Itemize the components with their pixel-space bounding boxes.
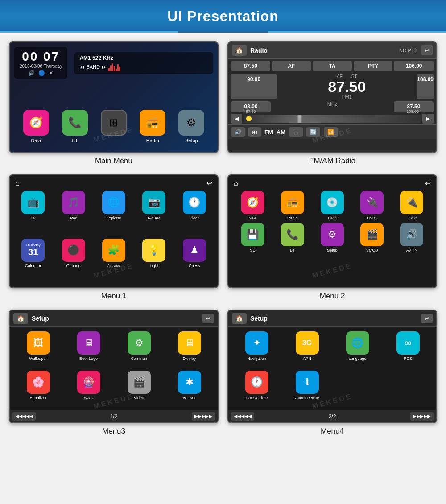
menu2-home-icon[interactable]: ⌂ [234, 179, 238, 187]
rb-signal-btn[interactable]: 📶 [324, 127, 338, 137]
cell-main-menu: 00 07 2013-08-08 Thursday 🔊 🔵 ☀ AM1 522 … [9, 41, 219, 165]
menu4-app-datetime[interactable]: 🕐 Date & Time [234, 371, 280, 405]
main-grid: 00 07 2013-08-08 Thursday 🔊 🔵 ☀ AM1 522 … [0, 33, 446, 445]
mm-app-setup[interactable]: ⚙ Setup [178, 110, 204, 143]
radio-home-btn[interactable]: 🏠 [232, 45, 247, 56]
menu2-back-icon[interactable]: ↩ [425, 179, 431, 187]
rbtn-ta[interactable]: TA [313, 61, 352, 71]
next-icon: ⏭ [102, 64, 107, 70]
rb-vol-btn[interactable]: 🔊 [231, 127, 245, 137]
radio-label: Radio [146, 138, 159, 143]
menu4-app-apn[interactable]: 3G APN [284, 331, 330, 366]
m2-avin-icon: 🔊 [400, 223, 423, 246]
language-icon: 🌐 [346, 331, 369, 355]
menu3-app-btset[interactable]: ✱ BT Set [166, 371, 212, 405]
menu2-app-radio[interactable]: 📻 Radio [281, 191, 304, 220]
rbtn-108[interactable]: 108.00 [417, 74, 434, 99]
menu1-back-icon[interactable]: ↩ [206, 179, 212, 187]
rb-fm[interactable]: FM [264, 129, 273, 136]
datetime-label: Date & Time [246, 396, 268, 400]
menu1-app-gobang[interactable]: ⚫ Gobang [54, 239, 92, 284]
menu3-back-btn[interactable]: ↩ [202, 314, 214, 323]
slider-thumb[interactable] [246, 116, 252, 121]
menu4-app-nav[interactable]: ✦ Navigation [234, 331, 280, 366]
mm-app-navi[interactable]: 🧭 Navi [23, 110, 49, 143]
menu3-app-bootlogo[interactable]: 🖥 Boot Logo [66, 331, 112, 366]
menu1-app-tv[interactable]: 📺 TV [14, 191, 52, 236]
menu1-app-jigsaw[interactable]: 🧩 Jigsaw [95, 239, 132, 284]
menu2-app-bt[interactable]: 📞 BT [281, 223, 304, 252]
menu1-app-calendar[interactable]: Thursday 31 Calendar [14, 239, 52, 284]
chess-icon: ♟ [183, 239, 206, 262]
rbtn-af[interactable]: AF [272, 61, 311, 71]
menu4-back-btn[interactable]: ↩ [421, 314, 433, 323]
menu2-app-navi[interactable]: 🧭 Navi [241, 191, 264, 220]
m4-prev-btn[interactable]: ◀◀◀◀◀ [231, 412, 254, 421]
menu2-app-sd[interactable]: 💾 SD [241, 223, 264, 252]
menu1-app-ipod[interactable]: 🎵 iPod [54, 191, 92, 236]
rbtn-90[interactable]: 90.00 [231, 74, 277, 99]
menu1-app-light[interactable]: 💡 Light [135, 239, 173, 284]
rb-am[interactable]: AM [277, 129, 285, 136]
menu2-app-avin[interactable]: 🔊 AV_IN [400, 223, 423, 252]
menu1-screen: ⌂ ↩ 📺 TV 🎵 iPod 🌐 Explorer [9, 174, 219, 288]
m3-prev-btn[interactable]: ◀◀◀◀◀ [12, 412, 36, 421]
m4-next-btn[interactable]: ▶▶▶▶▶ [410, 412, 434, 421]
m2-usb1-icon: 🔌 [360, 191, 384, 214]
navi-label: Navi [31, 138, 41, 143]
menu4-screen: 🏠 Setup ↩ ✦ Navigation 3G APN 🌐 L [227, 310, 437, 423]
m2-usb2-icon: 🔌 [400, 191, 423, 214]
slider-left-btn[interactable]: ◀ [231, 114, 242, 124]
rb-headphone-btn[interactable]: 🎧 [289, 127, 303, 137]
menu3-app-equalizer[interactable]: 🌸 Equalizer [15, 371, 61, 405]
menu4-app-rds[interactable]: ∞ RDS [385, 331, 431, 366]
about-icon: ℹ [296, 371, 319, 394]
menu3-home-btn[interactable]: 🏠 [13, 313, 28, 324]
menu1-app-explorer[interactable]: 🌐 Explorer [95, 191, 132, 236]
clock-date: 2013-08-08 Thursday [20, 64, 62, 69]
slider-right-btn[interactable]: ▶ [422, 114, 434, 124]
menu2-app-usb1[interactable]: 🔌 USB1 [360, 191, 384, 220]
m3-next-btn[interactable]: ▶▶▶▶▶ [192, 412, 215, 421]
menu2-wrapper: ⌂ ↩ 🧭 Navi 📻 Radio 💿 [227, 174, 437, 288]
mm-app-radio[interactable]: 📻 Radio [140, 110, 165, 143]
menu3-caption: Menu3 [102, 427, 125, 436]
menu4-home-btn[interactable]: 🏠 [232, 313, 247, 324]
rb-prev-btn[interactable]: ⏮ [248, 127, 261, 137]
menu1-home-icon[interactable]: ⌂ [15, 179, 20, 187]
mm-app-grid[interactable]: ⊞ [101, 110, 127, 143]
menu1-app-clock[interactable]: 🕐 Clock [176, 191, 213, 236]
menu4-app-language[interactable]: 🌐 Language [334, 331, 380, 366]
rb-repeat-btn[interactable]: 🔄 [306, 127, 320, 137]
menu2-app-dvd[interactable]: 💿 DVD [321, 191, 344, 220]
light-icon: 💡 [142, 239, 165, 262]
menu4-app-about[interactable]: ℹ About Device [284, 371, 330, 405]
clock-icons: 🔊 🔵 ☀ [20, 70, 62, 76]
m2-usb1-label: USB1 [367, 216, 377, 220]
menu3-app-swc[interactable]: 🎡 SWC [66, 371, 112, 405]
radio-back-btn[interactable]: ↩ [421, 45, 433, 55]
menu1-app-fcam[interactable]: 📷 F-CAM [135, 191, 173, 236]
rbtn-106[interactable]: 106.00 [394, 61, 434, 71]
menu4-wrapper: 🏠 Setup ↩ ✦ Navigation 3G APN 🌐 L [227, 310, 437, 423]
rbtn-pty[interactable]: PTY [354, 61, 393, 71]
menu2-topbar: ⌂ ↩ [228, 175, 436, 191]
menu3-app-common[interactable]: ⚙ Common [116, 331, 162, 366]
menu3-app-wallpaper[interactable]: 🖼 Wallpaper [15, 331, 61, 366]
menu2-app-vmcd[interactable]: 🎬 VMCD [360, 223, 384, 252]
menu3-app-display[interactable]: 🖥 Display [166, 331, 212, 366]
rbtn-87-50[interactable]: 87.50 [231, 61, 270, 71]
mm-app-bt[interactable]: 📞 BT [62, 110, 88, 143]
menu2-app-setup[interactable]: ⚙ Setup [321, 223, 344, 252]
wallpaper-label: Wallpaper [29, 356, 47, 361]
menu3-app-video[interactable]: 🎬 Video [116, 371, 162, 405]
wave-img: ⏮ BAND ⏭ [79, 62, 208, 71]
slider-labels: 87.50 108.00 [244, 109, 421, 114]
slider-track[interactable]: 87.50 108.00 [244, 115, 421, 123]
bootlogo-label: Boot Logo [79, 356, 98, 361]
menu2-app-usb2[interactable]: 🔌 USB2 [400, 191, 423, 220]
menu1-app-chess[interactable]: ♟ Chess [176, 239, 213, 284]
calendar-icon: Thursday 31 [21, 239, 45, 262]
menu1-icons-grid: 📺 TV 🎵 iPod 🌐 Explorer 📷 F-CAM [10, 191, 218, 287]
m2-dvd-label: DVD [328, 216, 336, 220]
